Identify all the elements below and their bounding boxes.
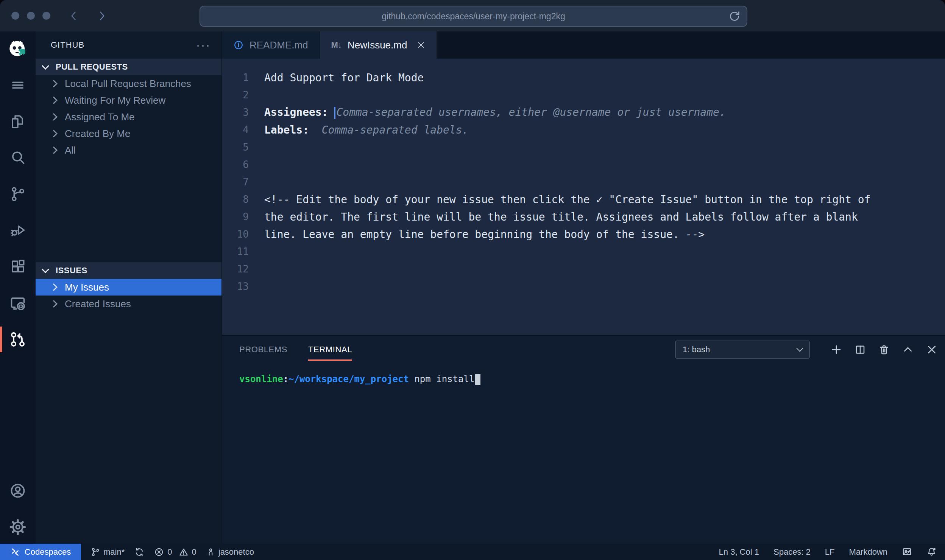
editor-line[interactable]: 3Assignees: Comma-separated usernames, e… [222, 104, 945, 121]
window-zoom-button[interactable] [42, 12, 50, 20]
tree-item-created-issues[interactable]: Created Issues [36, 296, 221, 312]
back-icon[interactable] [69, 10, 80, 22]
forward-icon[interactable] [96, 10, 107, 22]
editor-line[interactable]: 2 [222, 86, 945, 104]
window-minimize-button[interactable] [27, 12, 35, 20]
info-icon [234, 40, 243, 50]
extensions-icon[interactable] [0, 256, 36, 277]
window-close-button[interactable] [11, 12, 19, 20]
sync-status[interactable] [134, 547, 144, 557]
explorer-icon[interactable] [0, 111, 36, 132]
line-number: 2 [222, 89, 264, 101]
line-number: 12 [222, 263, 264, 275]
run-and-debug-icon[interactable] [0, 220, 36, 241]
tree-item-my-issues[interactable]: My Issues [36, 279, 221, 296]
chevron-right-icon [50, 96, 58, 104]
url-text: github.com/codespaces/user-my-project-mg… [382, 11, 565, 22]
status-bar: Codespaces main* 0 0 jasonetco Ln 3, Col… [0, 544, 945, 560]
cursor-position-status[interactable]: Ln 3, Col 1 [719, 547, 759, 557]
terminal-select[interactable]: 1: bash [675, 341, 810, 359]
reload-icon[interactable] [728, 10, 741, 22]
maximize-panel-icon[interactable] [902, 344, 914, 355]
editor-line[interactable]: 6 [222, 156, 945, 173]
remote-explorer-icon[interactable] [0, 292, 36, 314]
user-status[interactable]: jasonetco [206, 547, 254, 557]
editor-line[interactable]: 10line. Leave an empty line before begin… [222, 226, 945, 243]
section-issues[interactable]: ISSUES [36, 262, 221, 279]
editor-line[interactable]: 1Add Support for Dark Mode [222, 69, 945, 86]
language-mode-status[interactable]: Markdown [849, 547, 887, 557]
menu-icon[interactable] [0, 75, 36, 96]
error-icon [154, 547, 164, 557]
line-number: 6 [222, 159, 264, 170]
tab-problems[interactable]: PROBLEMS [239, 336, 287, 363]
editor-line[interactable]: 5 [222, 138, 945, 156]
new-terminal-icon[interactable] [831, 344, 842, 355]
editor-line[interactable]: 8<!-- Edit the body of your new issue th… [222, 191, 945, 208]
chevron-right-icon [50, 113, 58, 121]
address-bar[interactable]: github.com/codespaces/user-my-project-mg… [200, 6, 747, 27]
line-number: 9 [222, 211, 264, 222]
terminal-output[interactable]: vsonline:~/workspace/my_project npm inst… [222, 363, 945, 385]
github-pull-requests-icon[interactable] [0, 329, 36, 350]
chevron-right-icon [50, 80, 58, 87]
line-number: 8 [222, 194, 264, 205]
settings-gear-icon[interactable] [0, 516, 36, 538]
branch-status[interactable]: main* [91, 547, 125, 557]
sidebar-more-actions-icon[interactable]: ··· [196, 43, 211, 47]
terminal-cursor [475, 374, 480, 385]
tab-terminal[interactable]: TERMINAL [308, 336, 352, 363]
editor-tab-bar: README.md M↓ NewIssue.md [222, 31, 945, 59]
tab-newissue[interactable]: M↓ NewIssue.md [320, 31, 437, 59]
chevron-right-icon [50, 130, 58, 137]
account-icon[interactable] [0, 480, 36, 501]
editor-line[interactable]: 7 [222, 173, 945, 191]
markdown-icon: M↓ [331, 40, 342, 50]
sidebar-title-row: GITHUB ··· [36, 31, 221, 59]
eol-status[interactable]: LF [825, 547, 835, 557]
source-control-icon[interactable] [0, 184, 36, 205]
bottom-panel: PROBLEMS TERMINAL 1: bash [222, 335, 945, 544]
terminal-command: npm install [409, 374, 474, 384]
browser-chrome: github.com/codespaces/user-my-project-mg… [0, 0, 945, 32]
editor-cursor [334, 107, 335, 119]
chevron-down-icon [42, 266, 49, 273]
warning-icon [179, 547, 189, 557]
person-icon [206, 548, 215, 556]
active-view-indicator [0, 327, 2, 352]
split-terminal-icon[interactable] [855, 344, 866, 355]
codespaces-status-button[interactable]: Codespaces [0, 544, 81, 560]
chevron-down-icon [42, 62, 49, 70]
notifications-bell-icon[interactable] [926, 547, 937, 557]
window-controls [11, 12, 50, 20]
terminal-path: ~/workspace/my_project [288, 374, 409, 384]
line-number: 7 [222, 176, 264, 188]
close-panel-icon[interactable] [926, 344, 937, 355]
git-branch-icon [91, 548, 100, 557]
tree-item-all[interactable]: All [36, 142, 221, 159]
tree-item-created-by-me[interactable]: Created By Me [36, 125, 221, 142]
editor-line[interactable]: 12 [222, 260, 945, 278]
sidebar-spacer [36, 159, 221, 262]
editor-line[interactable]: 13 [222, 278, 945, 295]
kill-terminal-trash-icon[interactable] [878, 344, 890, 355]
chevron-right-icon [50, 300, 58, 308]
tree-item-assigned-to-me[interactable]: Assigned To Me [36, 109, 221, 125]
tree-item-waiting-for-my-review[interactable]: Waiting For My Review [36, 92, 221, 109]
section-pull-requests[interactable]: PULL REQUESTS [36, 59, 221, 75]
editor-line[interactable]: 9the editor. The first line will be the … [222, 208, 945, 226]
line-number: 11 [222, 246, 264, 257]
editor-line[interactable]: 11 [222, 243, 945, 260]
tree-item-local-pull-request-branches[interactable]: Local Pull Request Branches [36, 75, 221, 92]
activity-bar [0, 31, 36, 544]
github-codespaces-logo-icon[interactable] [0, 38, 36, 62]
feedback-icon[interactable] [902, 547, 912, 557]
editor-content[interactable]: 1Add Support for Dark Mode 2 3Assignees:… [222, 59, 945, 335]
chevron-down-icon [796, 345, 803, 352]
problems-status[interactable]: 0 0 [154, 547, 196, 557]
indentation-status[interactable]: Spaces: 2 [773, 547, 811, 557]
editor-line[interactable]: 4Labels: Comma-separated labels. [222, 121, 945, 138]
close-tab-icon[interactable] [417, 41, 425, 49]
search-icon[interactable] [0, 147, 36, 168]
tab-readme[interactable]: README.md [222, 31, 320, 59]
